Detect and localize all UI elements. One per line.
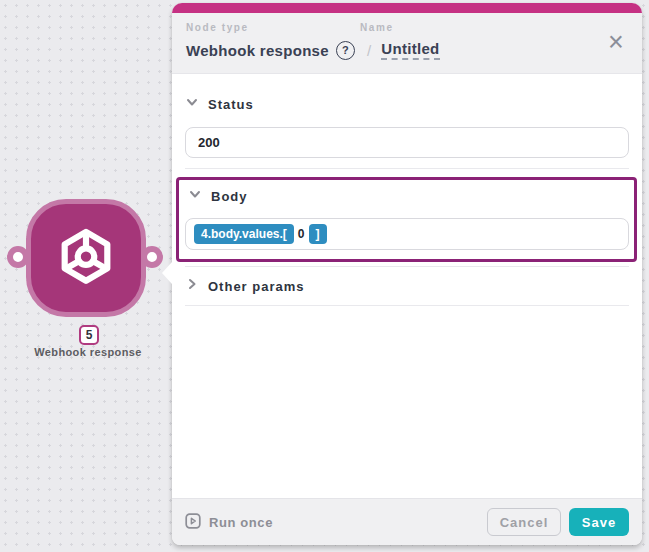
chevron-right-icon: [185, 277, 199, 295]
run-once-button[interactable]: Run once: [185, 513, 273, 532]
divider: [185, 266, 629, 267]
node-type-value: Webhook response: [186, 42, 329, 59]
mapped-token-open[interactable]: 4.body.values.[: [194, 224, 294, 244]
node-settings-panel: Node type Name Webhook response ? / Unti…: [172, 3, 642, 545]
panel-pointer-notch: [162, 262, 172, 284]
help-icon[interactable]: ?: [336, 41, 355, 60]
status-section-label: Status: [208, 97, 254, 112]
body-section-label: Body: [211, 189, 248, 204]
panel-footer: Run once Cancel Save: [172, 498, 642, 545]
other-params-section-label: Other params: [208, 279, 305, 294]
chevron-down-icon: [185, 95, 199, 113]
name-label: Name: [360, 22, 394, 33]
divider: [185, 305, 629, 306]
body-section-highlight: Body 4.body.values.[ 0 ]: [176, 177, 637, 262]
cancel-button[interactable]: Cancel: [487, 508, 561, 536]
mapped-token-close[interactable]: ]: [309, 224, 327, 244]
divider: [185, 168, 629, 169]
save-button[interactable]: Save: [569, 508, 629, 536]
node-type-label: Node type: [186, 22, 249, 33]
node-label: Webhook response: [8, 346, 168, 358]
play-icon: [185, 513, 201, 532]
webhook-response-node[interactable]: [26, 199, 146, 317]
status-section-toggle[interactable]: Status: [185, 95, 629, 113]
chevron-down-icon: [188, 187, 202, 205]
breadcrumb-separator: /: [367, 42, 371, 59]
node-name-field[interactable]: Untitled: [381, 40, 439, 60]
panel-content: Status Body 4.body.values.[ 0 ]: [172, 74, 642, 498]
body-section-toggle[interactable]: Body: [188, 187, 624, 205]
webhook-icon: [53, 223, 119, 293]
body-input[interactable]: 4.body.values.[ 0 ]: [185, 218, 629, 250]
status-input[interactable]: [185, 127, 629, 158]
panel-header: Node type Name Webhook response ? / Unti…: [172, 13, 642, 74]
panel-accent-bar: [172, 3, 642, 13]
array-index-value[interactable]: 0: [298, 227, 305, 241]
run-once-label: Run once: [209, 515, 273, 530]
close-icon[interactable]: ×: [604, 30, 628, 54]
node-order-badge: 5: [79, 325, 99, 345]
other-params-section-toggle[interactable]: Other params: [185, 277, 629, 295]
